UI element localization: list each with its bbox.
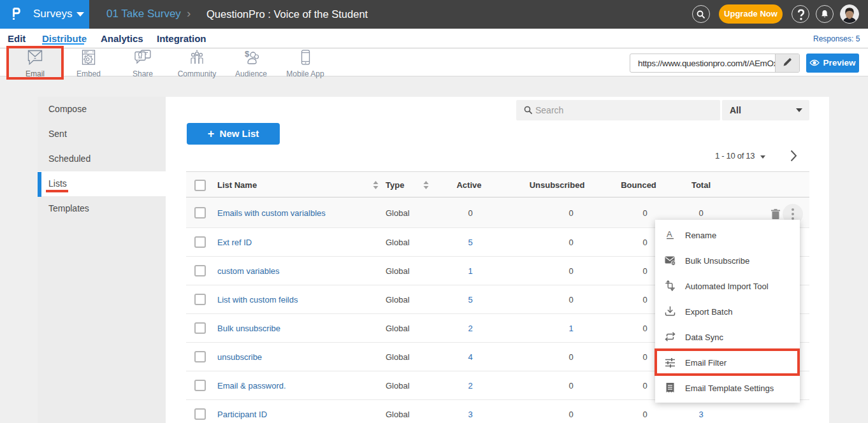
svg-text:A: A — [667, 229, 672, 239]
svg-text:$: $ — [245, 50, 250, 59]
